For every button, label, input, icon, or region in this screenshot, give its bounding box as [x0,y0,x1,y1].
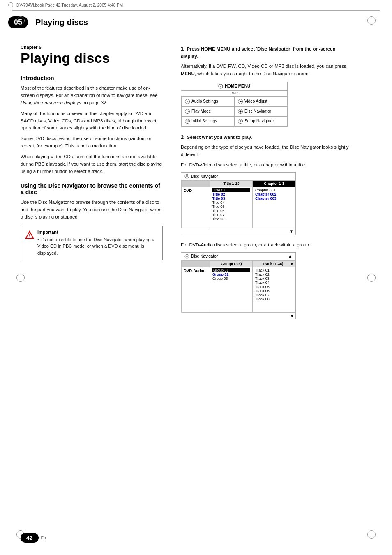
dvd-nav-footer: ▼ [181,228,295,235]
dvd-audio-nav-rows: DVD-Audio Group 01 Group 02 Group 03 Tra… [181,267,295,312]
important-text: • It's not possible to use the Disc Navi… [37,236,158,257]
home-menu-title: HOME MENU [225,84,250,88]
dvd-audio-nav-cols: Group(1-03) Track (1-36) ● [181,260,295,267]
dvd-audio-nav-title: Disc Navigator [191,254,218,258]
menu-item-initial: ⚙ Initial Settings [181,116,234,126]
step1-number: 1 [181,46,187,52]
corner-mark-mid-r [367,274,376,282]
page-language: En [41,536,46,540]
crosshair-icon [8,2,13,7]
dvd-video-desc: For DVD-Video discs select a title, or a… [181,161,353,169]
chapter-heading: Playing discs [21,51,163,66]
svg-text:!: ! [29,233,30,238]
dvd-title-02: Title 02 [212,192,250,196]
dvd-audio-track-04: Track 04 [255,281,293,285]
dvd-audio-group-02: Group 02 [212,272,250,276]
video-adjust-icon: ▶ [238,99,243,104]
chapter-title-banner: Playing discs [35,18,88,27]
dvd-video-nav-header: Disc Navigator [181,173,295,180]
menu-item-setup-nav: ≡ Setup Navigator [234,116,287,126]
svg-point-4 [185,254,189,258]
page-footer: 42 En [0,533,392,543]
disc-nav-dvd-icon [184,174,189,179]
chapter-label: Chapter 5 [21,45,163,50]
introduction-title: Introduction [21,75,163,81]
step2-heading: 2 Select what you want to play. [181,133,353,141]
dvd-title-07: Title 07 [212,213,250,217]
dvd-audio-track-02: Track 02 [255,272,293,276]
dvd-chapter-002: Chapter 002 [255,192,293,196]
page-number: 42 [21,533,39,543]
menu-label-play: Play Mode [191,109,211,113]
dvd-title-01: Title 01 [212,188,250,192]
audio-settings-icon: ♪ [185,99,190,104]
dvd-audio-track-06: Track 06 [255,289,293,293]
svg-point-5 [186,256,188,257]
corner-mark-tr [367,16,376,25]
svg-point-2 [185,174,189,178]
dvd-audio-col-group-header: Group(1-03) [210,260,253,267]
menu-item-disc-nav: ◉ Disc Navigator [234,106,287,116]
home-menu-header: HOME MENU [181,82,287,91]
dvd-label: DVD [181,187,210,228]
dvd-audio-scroll-up: ▲ [288,254,292,258]
dvd-nav-rows: DVD Title 01 Title 02 Title 03 Title 04 … [181,187,295,228]
dvd-audio-track-03: Track 03 [255,276,293,281]
menu-label-disc-nav: Disc Navigator [244,109,271,113]
dvd-audio-groups: Group 01 Group 02 Group 03 [210,267,253,312]
dvd-audio-group-01: Group 01 [212,268,250,272]
home-menu-grid: ♪ Audio Settings ▶ Video Adjust ▷ Play M… [181,96,287,126]
step2-body: Depending on the type of disc you have l… [181,144,353,159]
dvd-audio-track-07: Track 07 [255,293,293,297]
file-info: DV-79AVi.book Page 42 Tuesday, August 2,… [16,3,123,7]
dvd-title-06: Title 06 [212,209,250,213]
important-box: ! Important • It's not possible to use t… [21,226,163,260]
dvd-titles: Title 01 Title 02 Title 03 Title 04 Titl… [210,187,253,228]
dvd-col-chapter-header: Chapter 1-3 [253,180,295,187]
header-bar: DV-79AVi.book Page 42 Tuesday, August 2,… [0,0,392,10]
dvd-audio-desc: For DVD-Audio discs select a group, or a… [181,242,353,249]
dvd-title-04: Title 04 [212,200,250,205]
step1-body: Alternatively, if a DVD-RW, CD, Video CD… [181,63,353,78]
corner-mark-mid-l [16,274,25,282]
dvd-audio-nav-footer: ● [181,312,295,319]
dvd-col-label-header [181,180,210,187]
dvd-chapter-001: Chapter 001 [255,188,293,192]
dvd-col-title-header: Title 1-10 [210,180,253,187]
home-menu-box: HOME MENU DVD ♪ Audio Settings ▶ Video A… [181,82,288,127]
intro-para-3: Some DVD discs restrict the use of some … [21,135,163,150]
disc-nav-icon: ◉ [238,109,243,114]
setup-nav-icon: ≡ [238,119,243,124]
dvd-nav-cols: Title 1-10 Chapter 1-3 [181,180,295,187]
intro-para-1: Most of the features described in this c… [21,85,163,106]
disc-nav-dvd-audio-icon [184,254,189,259]
corner-mark-tl [16,16,25,25]
dvd-audio-track-08: Track 08 [255,297,293,301]
intro-para-2: Many of the functions covered in this ch… [21,110,163,132]
dvd-video-nav-box: Disc Navigator Title 1-10 Chapter 1-3 DV… [181,172,296,235]
intro-para-4: When playing Video CDs, some of the func… [21,153,163,175]
dvd-chapters: Chapter 001 Chapter 002 Chapter 003 [253,187,295,228]
menu-item-audio: ♪ Audio Settings [181,97,234,106]
home-menu-subtitle: DVD [181,91,287,96]
main-content: Chapter 5 Playing discs Introduction Mos… [0,32,392,338]
step1-heading: 1 Press HOME MENU and select 'Disc Navig… [181,45,353,60]
important-icon: ! [25,230,34,240]
dvd-audio-nav-box: Disc Navigator ▲ Group(1-03) Track (1-36… [181,252,296,319]
dvd-audio-col-track-header: Track (1-36) ● [253,260,295,267]
home-menu-icon [218,84,223,89]
menu-item-video: ▶ Video Adjust [234,97,287,106]
dvd-audio-tracks: Track 01 Track 02 Track 03 Track 04 Trac… [253,267,295,312]
disc-nav-section-title: Using the Disc Navigator to browse the c… [21,182,163,196]
menu-label-video: Video Adjust [244,99,267,104]
play-mode-icon: ▷ [185,109,190,114]
important-content: Important • It's not possible to use the… [37,230,158,257]
dvd-audio-group-03: Group 03 [212,276,250,281]
dvd-audio-label: DVD-Audio [181,267,210,312]
menu-label-initial: Initial Settings [191,119,217,123]
menu-label-audio: Audio Settings [191,99,218,104]
svg-point-3 [186,175,188,177]
right-column: 1 Press HOME MENU and select 'Disc Navig… [173,32,370,338]
disc-nav-body: Use the Disc Navigator to browse through… [21,199,163,221]
menu-item-play: ▷ Play Mode [181,106,234,116]
